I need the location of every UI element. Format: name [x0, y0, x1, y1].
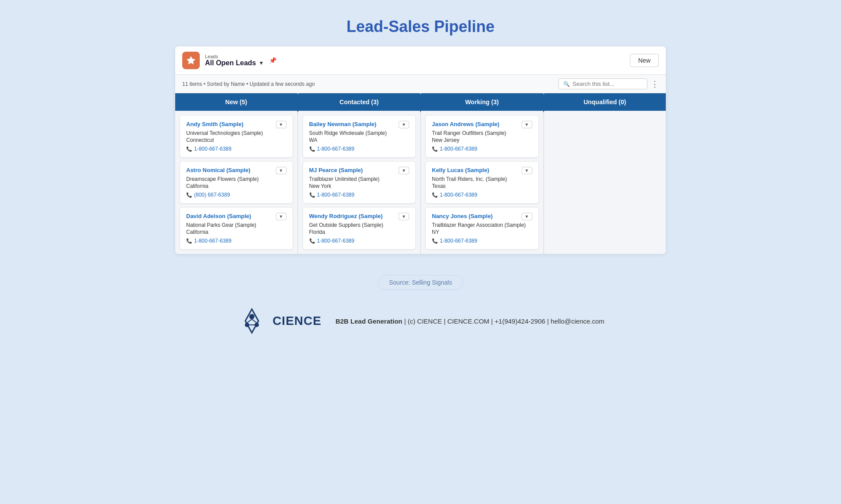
search-input-wrapper[interactable]: 🔍 — [558, 78, 647, 89]
card-phone[interactable]: 📞 1-800-667-6389 — [186, 146, 286, 152]
more-options-icon[interactable]: ⋮ — [651, 79, 659, 89]
card-phone[interactable]: 📞 1-800-667-6389 — [309, 238, 410, 244]
column-header-new: New (5) — [175, 93, 297, 111]
column-header-contacted: Contacted (3) — [298, 93, 420, 111]
column-header-working: Working (3) — [421, 93, 543, 111]
card-name[interactable]: Andy Smith (Sample) — [186, 121, 244, 127]
card-dropdown-button[interactable]: ▼ — [522, 121, 532, 128]
card-header: Bailey Newman (Sample) ▼ — [309, 121, 410, 128]
card-location: California — [186, 183, 286, 189]
search-container: 🔍 ⋮ — [558, 78, 659, 89]
column-cards-working: Jason Andrews (Sample) ▼ Trail Ranger Ou… — [421, 111, 543, 254]
card-name[interactable]: David Adelson (Sample) — [186, 213, 251, 219]
card-dropdown-button[interactable]: ▼ — [522, 167, 532, 174]
phone-icon: 📞 — [186, 238, 192, 244]
card-dropdown-button[interactable]: ▼ — [276, 167, 286, 174]
column-cards-new: Andy Smith (Sample) ▼ Universal Technolo… — [175, 111, 297, 254]
table-row: David Adelson (Sample) ▼ National Parks … — [180, 207, 293, 250]
phone-icon: 📞 — [432, 238, 438, 244]
search-input[interactable] — [572, 81, 643, 87]
kanban-column-working: Working (3) Jason Andrews (Sample) ▼ Tra… — [421, 93, 544, 254]
card-phone[interactable]: 📞 1-800-667-6389 — [309, 146, 410, 152]
phone-number: 1-800-667-6389 — [440, 238, 477, 244]
card-name[interactable]: Kelly Lucas (Sample) — [432, 167, 489, 173]
card-name[interactable]: Nancy Jones (Sample) — [432, 213, 493, 219]
card-phone[interactable]: 📞 1-800-667-6389 — [432, 192, 532, 198]
phone-icon: 📞 — [432, 192, 438, 198]
app-icon — [182, 52, 200, 69]
card-dropdown-button[interactable]: ▼ — [399, 167, 409, 174]
star-icon — [186, 55, 196, 66]
column-header-unqualified: Unqualified (0) — [544, 93, 666, 111]
pin-icon[interactable]: 📌 — [269, 57, 276, 64]
card-phone[interactable]: 📞 1-800-667-6389 — [186, 238, 286, 244]
logo-text: CIENCE — [272, 314, 322, 328]
table-row: Andy Smith (Sample) ▼ Universal Technolo… — [180, 115, 293, 158]
card-company: National Parks Gear (Sample) — [186, 222, 286, 228]
table-row: Bailey Newman (Sample) ▼ South Ridge Who… — [303, 115, 416, 158]
phone-number: (800) 667-6389 — [194, 192, 230, 198]
footer-info: B2B Lead Generation | (c) CIENCE | CIENC… — [336, 317, 604, 325]
card-company: South Ridge Wholesale (Sample) — [309, 130, 410, 136]
card-name[interactable]: Astro Nomical (Sample) — [186, 167, 251, 173]
card-header: Jason Andrews (Sample) ▼ — [432, 121, 532, 128]
logo-area: CIENCE — [237, 306, 322, 336]
items-info: 11 items • Sorted by Name • Updated a fe… — [182, 81, 315, 87]
kanban-board: New (5) Andy Smith (Sample) ▼ Universal … — [175, 93, 666, 254]
card-phone[interactable]: 📞 1-800-667-6389 — [432, 238, 532, 244]
page-title: Lead-Sales Pipeline — [346, 0, 495, 46]
column-cards-unqualified — [544, 111, 666, 254]
column-cards-contacted: Bailey Newman (Sample) ▼ South Ridge Who… — [298, 111, 420, 254]
card-name[interactable]: MJ Pearce (Sample) — [309, 167, 363, 173]
card-phone[interactable]: 📞 (800) 667-6389 — [186, 192, 286, 198]
card-company: Trailblazer Ranger Association (Sample) — [432, 222, 532, 228]
phone-icon: 📞 — [186, 192, 192, 198]
source-badge: Source: Selling Signals — [378, 275, 463, 290]
card-location: WA — [309, 137, 410, 143]
view-dropdown-icon[interactable]: ▼ — [258, 60, 264, 66]
card-company: Get Outside Suppliers (Sample) — [309, 222, 410, 228]
phone-icon: 📞 — [309, 238, 315, 244]
card-location: Florida — [309, 229, 410, 235]
card-phone[interactable]: 📞 1-800-667-6389 — [309, 192, 410, 198]
card-location: Connecticut — [186, 137, 286, 143]
table-row: Jason Andrews (Sample) ▼ Trail Ranger Ou… — [425, 115, 539, 158]
view-name[interactable]: All Open Leads ▼ — [205, 59, 264, 67]
card-dropdown-button[interactable]: ▼ — [276, 121, 286, 128]
card-header: Kelly Lucas (Sample) ▼ — [432, 167, 532, 174]
crm-container: Leads All Open Leads ▼ 📌 New 11 items • … — [175, 46, 666, 254]
svg-line-4 — [252, 319, 257, 323]
module-label: Leads — [205, 54, 264, 59]
table-row: Kelly Lucas (Sample) ▼ North Trail Rider… — [425, 161, 539, 204]
card-dropdown-button[interactable]: ▼ — [399, 213, 409, 220]
kanban-column-unqualified: Unqualified (0) — [544, 93, 666, 254]
card-name[interactable]: Jason Andrews (Sample) — [432, 121, 499, 127]
table-row: MJ Pearce (Sample) ▼ Trailblazer Unlimit… — [303, 161, 416, 204]
card-header: Nancy Jones (Sample) ▼ — [432, 213, 532, 220]
phone-number: 1-800-667-6389 — [317, 238, 354, 244]
card-phone[interactable]: 📞 1-800-667-6389 — [432, 146, 532, 152]
card-location: New Jersey — [432, 137, 532, 143]
phone-icon: 📞 — [309, 146, 315, 152]
search-icon: 🔍 — [563, 81, 570, 87]
card-dropdown-button[interactable]: ▼ — [522, 213, 532, 220]
card-dropdown-button[interactable]: ▼ — [399, 121, 409, 128]
card-name[interactable]: Wendy Rodriguez (Sample) — [309, 213, 383, 219]
phone-number: 1-800-667-6389 — [440, 146, 477, 152]
card-location: California — [186, 229, 286, 235]
footer: CIENCE B2B Lead Generation | (c) CIENCE … — [0, 297, 841, 354]
card-dropdown-button[interactable]: ▼ — [276, 213, 286, 220]
header-title-group: Leads All Open Leads ▼ — [205, 54, 264, 67]
card-company: Dreamscape Flowers (Sample) — [186, 176, 286, 182]
table-row: Nancy Jones (Sample) ▼ Trailblazer Range… — [425, 207, 539, 250]
new-button[interactable]: New — [630, 54, 659, 67]
card-company: Trail Ranger Outfitters (Sample) — [432, 130, 532, 136]
phone-icon: 📞 — [186, 146, 192, 152]
card-name[interactable]: Bailey Newman (Sample) — [309, 121, 377, 127]
card-header: Wendy Rodriguez (Sample) ▼ — [309, 213, 410, 220]
crm-header: Leads All Open Leads ▼ 📌 New — [175, 46, 666, 75]
crm-header-left: Leads All Open Leads ▼ 📌 — [182, 52, 276, 69]
cience-logo-icon — [237, 306, 267, 336]
table-row: Astro Nomical (Sample) ▼ Dreamscape Flow… — [180, 161, 293, 204]
phone-number: 1-800-667-6389 — [317, 146, 354, 152]
